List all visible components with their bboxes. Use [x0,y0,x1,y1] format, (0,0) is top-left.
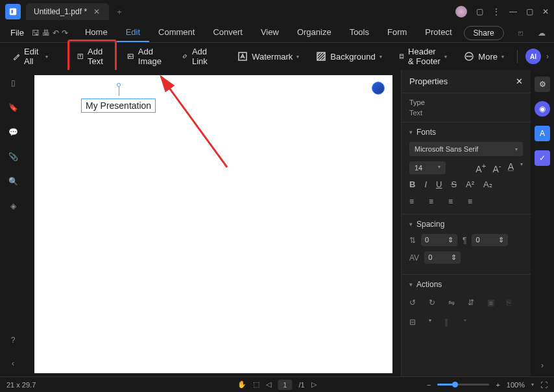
chevron-down-icon[interactable]: ▾ [429,317,431,329]
chevron-down-icon[interactable]: ▾ [531,382,534,387]
help-icon[interactable]: ? [6,334,19,347]
line-spacing-input[interactable]: 0⇕ [421,234,457,246]
text-box-selection[interactable]: My Presentation [81,98,156,113]
ai-button[interactable]: AI [525,49,541,64]
page-number-input[interactable]: 1 [278,380,292,390]
canvas-area[interactable]: My Presentation [26,70,401,376]
maximize-icon[interactable]: ▢ [526,7,533,16]
close-tab-icon[interactable]: ✕ [92,7,101,16]
share-icon[interactable]: ⏍ [513,25,529,41]
distribute-icon[interactable]: ‖ [444,317,456,329]
collapse-left-icon[interactable]: ‹ [6,357,19,370]
font-family-select[interactable]: Microsoft Sans Serif ▾ [409,142,523,156]
align-justify-icon[interactable]: ≡ [468,197,479,206]
ai-chat-icon[interactable]: ◉ [535,101,550,117]
rotate-right-icon[interactable]: ↻ [429,298,440,310]
header-footer-button[interactable]: Header & Footer ▾ [392,43,454,70]
char-spacing-input[interactable]: 0⇕ [424,251,461,264]
tab-tools[interactable]: Tools [341,23,378,42]
check-icon[interactable]: ✓ [535,150,550,166]
next-page-icon[interactable]: ▷ [311,380,317,389]
subscript-button[interactable]: A₂ [483,179,492,189]
zoom-level[interactable]: 100% [507,381,525,389]
chevron-down-icon[interactable]: ▾ [464,317,466,329]
watermark-label: Watermark [252,52,293,62]
align-objects-icon[interactable]: ⊟ [409,317,421,329]
tab-organize[interactable]: Organize [288,23,341,42]
font-color-icon[interactable]: A [508,161,514,174]
cloud-icon[interactable]: ☁ [534,25,549,41]
spacing-section-title[interactable]: Spacing [409,220,523,229]
increase-font-icon[interactable]: A+ [476,161,486,174]
minimize-icon[interactable]: — [509,7,517,16]
italic-button[interactable]: I [424,179,427,189]
more-button[interactable]: More ▾ [457,47,511,65]
zoom-thumb[interactable] [452,382,458,387]
actions-section-title[interactable]: Actions [409,280,523,289]
save-icon[interactable]: 🖫 [32,25,40,41]
pdf-page[interactable]: My Presentation [34,75,392,373]
tab-protect[interactable]: Protect [416,23,461,42]
flip-vertical-icon[interactable]: ⇵ [468,298,479,310]
para-spacing-input[interactable]: 0⇕ [472,234,508,246]
zoom-out-icon[interactable]: − [427,381,431,389]
background-button[interactable]: Background ▾ [309,47,388,65]
flip-horizontal-icon[interactable]: ⇋ [448,298,460,310]
attachments-icon[interactable]: 📎 [6,150,19,163]
editable-text[interactable]: My Presentation [81,98,156,113]
watermark-button[interactable]: Watermark ▾ [231,47,306,65]
share-button[interactable]: Share [464,26,504,40]
select-tool-icon[interactable]: ⬚ [253,380,259,389]
chevron-down-icon[interactable]: ▾ [520,161,523,174]
zoom-in-icon[interactable]: + [496,381,500,389]
add-tab-button[interactable]: ＋ [115,6,123,17]
translate-icon[interactable]: A [535,126,550,141]
zoom-slider[interactable] [437,384,489,386]
edit-all-button[interactable]: Edit All ▾ [6,43,54,70]
fullscreen-icon[interactable]: ⛶ [540,381,548,389]
titlebar: Untitled_1.pdf * ✕ ＋ ▢ ⋮ — ▢ ✕ [0,0,554,23]
rotate-left-icon[interactable]: ↺ [409,298,421,310]
hand-tool-icon[interactable]: ✋ [237,380,247,389]
redo-icon[interactable]: ↷ [62,25,68,41]
search-icon[interactable]: 🔍 [6,175,19,188]
underline-button[interactable]: U [436,179,442,189]
thumbnails-icon[interactable]: ▯ [6,76,19,89]
strikethrough-button[interactable]: S [451,179,457,189]
fonts-section-title[interactable]: Fonts [409,128,523,137]
align-center-icon[interactable]: ≡ [429,197,440,206]
tab-convert[interactable]: Convert [204,23,252,42]
collapse-right-icon[interactable]: › [541,361,544,370]
close-window-icon[interactable]: ✕ [542,7,549,16]
superscript-button[interactable]: A² [466,179,474,189]
chevron-right-icon[interactable]: › [546,52,549,61]
header-footer-label: Header & Footer [408,47,440,66]
comments-icon[interactable]: 💬 [6,126,19,139]
feedback-icon[interactable]: ▢ [476,7,483,16]
align-left-icon[interactable]: ≡ [409,197,421,206]
tab-view[interactable]: View [252,23,288,42]
bookmarks-icon[interactable]: 🔖 [6,101,19,114]
bold-button[interactable]: B [409,179,415,189]
prev-page-icon[interactable]: ◁ [266,380,271,389]
add-image-button[interactable]: Add Image [121,43,171,70]
add-link-button[interactable]: Add Link [175,43,218,70]
crop-icon[interactable]: ▣ [487,298,499,310]
layers-icon[interactable]: ◈ [6,200,19,213]
print-icon[interactable]: 🖶 [42,25,50,41]
decrease-font-icon[interactable]: A- [492,161,501,174]
extract-icon[interactable]: ⎘ [507,298,518,310]
tab-comment[interactable]: Comment [149,23,204,42]
properties-toggle-icon[interactable]: ⚙ [535,76,550,92]
menu-dots-icon[interactable]: ⋮ [492,7,500,16]
close-panel-icon[interactable]: ✕ [516,76,523,86]
add-text-button[interactable]: Add Text [71,43,114,70]
document-tab[interactable]: Untitled_1.pdf * ✕ [26,3,109,20]
align-right-icon[interactable]: ≡ [448,197,460,206]
user-avatar[interactable] [455,6,467,17]
undo-icon[interactable]: ↶ [53,25,59,41]
tab-form[interactable]: Form [378,23,416,42]
file-menu[interactable]: File [5,25,29,40]
font-size-select[interactable]: 14 ▾ [409,161,446,174]
tab-edit[interactable]: Edit [117,23,149,42]
